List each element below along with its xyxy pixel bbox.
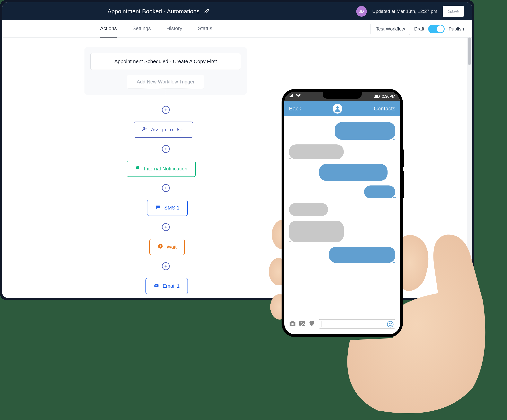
tab-history[interactable]: History	[166, 20, 182, 38]
emoji-icon[interactable]	[387, 321, 394, 328]
phone-notch	[323, 92, 362, 99]
message-input[interactable]	[319, 319, 395, 329]
message-bubble-sent	[319, 164, 387, 181]
svg-rect-6	[155, 284, 159, 287]
message-bubble-received	[289, 221, 344, 242]
add-step-button[interactable]	[162, 184, 170, 192]
updated-timestamp: Updated at Mar 13th, 12:27 pm	[372, 9, 437, 14]
message-bubble-sent	[364, 185, 395, 198]
message-bubble-received	[289, 203, 328, 216]
app-header: Appointment Booked - Automations JD Upda…	[2, 2, 472, 20]
svg-point-17	[387, 321, 393, 327]
phone-device: 2:30PM Back Contacts	[282, 89, 403, 337]
battery-icon	[374, 94, 380, 99]
internal-notification-node[interactable]: Internal Notification	[127, 161, 196, 177]
status-time: 2:30PM	[382, 94, 395, 99]
page-title: Appointment Booked - Automations	[107, 8, 199, 15]
test-workflow-button[interactable]: Test Workflow	[371, 23, 410, 35]
svg-point-18	[389, 323, 390, 324]
add-step-button[interactable]	[162, 145, 170, 153]
assign-user-node[interactable]: Assign To User	[134, 122, 193, 138]
svg-point-14	[291, 323, 294, 325]
publish-toggle[interactable]	[428, 25, 445, 33]
message-bubble-sent	[329, 247, 395, 263]
edit-title-icon[interactable]	[204, 8, 210, 14]
user-assign-icon	[142, 126, 148, 133]
node-label: Assign To User	[151, 127, 185, 133]
heart-icon[interactable]	[309, 320, 315, 327]
svg-rect-15	[299, 321, 305, 326]
wait-node[interactable]: Wait	[149, 239, 185, 255]
node-label: Internal Notification	[144, 166, 188, 172]
svg-point-4	[159, 207, 159, 207]
svg-point-13	[336, 106, 339, 109]
message-input-bar	[284, 319, 400, 329]
back-button[interactable]: Back	[289, 105, 301, 112]
publish-label: Publish	[449, 26, 464, 32]
tabbar: Actions Settings History Status Test Wor…	[2, 20, 472, 37]
contact-avatar-icon[interactable]	[333, 104, 342, 113]
signal-icon	[289, 94, 294, 99]
mail-icon	[154, 283, 159, 289]
message-thread[interactable]	[284, 116, 400, 306]
phone-screen: 2:30PM Back Contacts	[284, 92, 400, 334]
sms-node[interactable]: SMS 1	[147, 200, 188, 216]
tab-actions[interactable]: Actions	[100, 20, 117, 38]
message-bubble-received	[289, 144, 344, 159]
svg-rect-12	[380, 96, 380, 97]
svg-point-3	[158, 207, 158, 207]
camera-icon[interactable]	[289, 320, 296, 327]
sms-icon	[155, 204, 161, 211]
user-avatar[interactable]: JD	[356, 6, 367, 17]
trigger-node[interactable]: Appointment Scheduled - Create A Copy Fi…	[90, 53, 241, 70]
bell-icon	[135, 165, 140, 172]
svg-rect-11	[375, 95, 378, 97]
email-node[interactable]: Email 1	[146, 278, 188, 294]
svg-point-2	[157, 207, 158, 207]
wifi-icon	[296, 94, 301, 99]
trigger-container: Appointment Scheduled - Create A Copy Fi…	[84, 47, 247, 95]
add-trigger-button[interactable]: Add New Workflow Trigger	[127, 75, 204, 89]
tab-settings[interactable]: Settings	[132, 20, 151, 38]
svg-point-19	[391, 323, 391, 324]
add-step-button[interactable]	[162, 106, 170, 114]
save-button[interactable]: Save	[443, 6, 464, 17]
phone-nav-bar: Back Contacts	[284, 101, 400, 116]
message-bubble-sent	[335, 122, 395, 140]
image-icon[interactable]	[299, 320, 306, 327]
svg-point-16	[301, 322, 302, 323]
phone-mockup: 2:30PM Back Contacts	[268, 86, 499, 414]
svg-point-0	[143, 127, 145, 129]
node-label: Wait	[167, 244, 176, 250]
tab-status[interactable]: Status	[198, 20, 212, 38]
draft-label: Draft	[414, 26, 424, 32]
add-step-button[interactable]	[162, 223, 170, 231]
node-label: Email 1	[163, 283, 180, 289]
node-label: SMS 1	[164, 205, 179, 211]
clock-icon	[158, 244, 163, 250]
contacts-button[interactable]: Contacts	[374, 105, 395, 112]
add-step-button[interactable]	[162, 262, 170, 270]
